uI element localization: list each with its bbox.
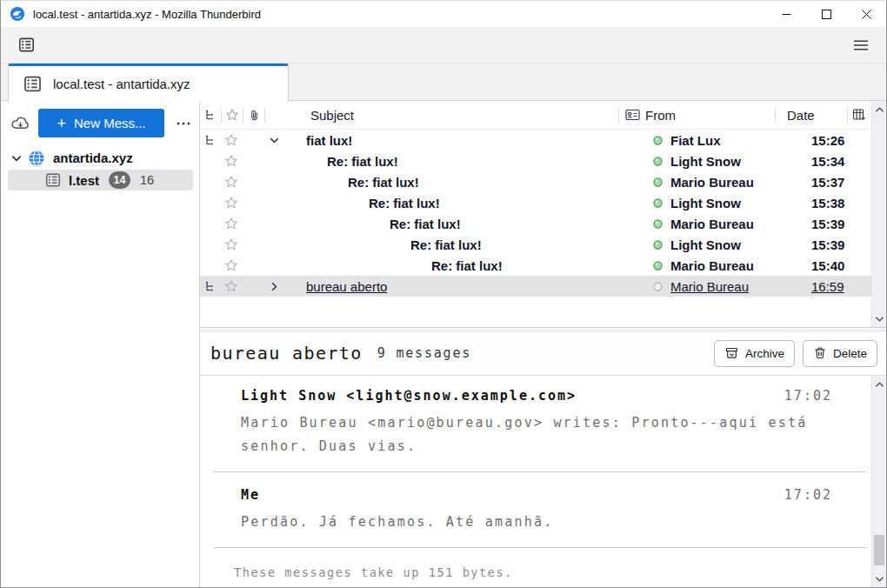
scroll-down-icon[interactable] <box>875 314 884 324</box>
star-icon[interactable] <box>221 279 242 293</box>
minimize-icon <box>782 10 791 19</box>
star-icon[interactable] <box>221 237 242 251</box>
star-icon[interactable] <box>221 154 242 168</box>
starred-column-header[interactable] <box>222 108 243 122</box>
date-cell: 15:39 <box>800 217 871 231</box>
thread-list-header: Subject From Date <box>200 101 871 130</box>
message-scroll-area: Light Snow <light@snow.example.com>17:02… <box>200 376 871 587</box>
subject-text: Re: fiat lux! <box>327 154 398 169</box>
thread-column-header[interactable] <box>200 109 221 121</box>
plus-icon: + <box>57 116 66 131</box>
tab-bar: local.test - antartida.xyz <box>1 63 886 101</box>
date-cell: 15:26 <box>800 133 871 148</box>
message-scrollbar[interactable] <box>871 376 886 587</box>
message-view-toolbar: bureau aberto 9 messages Archive Delete <box>200 331 886 376</box>
account-row[interactable]: antartida.xyz <box>1 147 199 169</box>
app-menu-button[interactable] <box>849 33 873 57</box>
account-expander-icon[interactable] <box>10 152 23 164</box>
message-body: Perdão. Já fechamos. Até amanhã. <box>241 511 829 534</box>
thread-row[interactable]: Re: fiat lux!Light Snow15:38 <box>200 192 871 213</box>
unread-dot-icon[interactable] <box>644 198 670 208</box>
new-message-button[interactable]: + New Mess... <box>38 109 164 137</box>
delete-button[interactable]: Delete <box>803 340 877 367</box>
subject-text: bureau aberto <box>306 279 387 294</box>
conversation-title: bureau aberto <box>210 343 363 364</box>
maximize-icon <box>822 10 831 19</box>
thread-row[interactable]: bureau abertoMario Bureau16:59 <box>200 276 871 297</box>
from-cell: Mario Bureau <box>644 279 800 294</box>
thread-row[interactable]: fiat lux!Fiat Lux15:26 <box>200 130 871 150</box>
message: Light Snow <light@snow.example.com>17:02… <box>200 384 871 458</box>
unread-count-badge: 14 <box>109 171 130 189</box>
thread-list-pane: Subject From Date <box>200 101 886 328</box>
thunderbird-window: local.test - antartida.xyz - Mozilla Thu… <box>0 0 887 588</box>
main-area: + New Mess... antartida.xyz <box>1 101 886 587</box>
unread-dot-icon[interactable] <box>644 136 670 145</box>
twisty-icon[interactable] <box>263 281 285 292</box>
thread-tree-icon <box>204 109 217 121</box>
message-reader: Light Snow <light@snow.example.com>17:02… <box>200 376 886 587</box>
from-name: Light Snow <box>670 196 741 210</box>
folder-row-ltest[interactable]: l.test 14 16 <box>8 170 193 190</box>
content-column: Subject From Date <box>200 101 886 587</box>
message-header-row[interactable]: Me17:02 <box>241 487 832 503</box>
thread-row[interactable]: Re: fiat lux!Mario Bureau15:37 <box>200 171 871 192</box>
unread-dot-icon[interactable] <box>644 157 670 166</box>
subject-text: Re: fiat lux! <box>431 258 503 273</box>
message-list: Light Snow <light@snow.example.com>17:02… <box>200 384 871 548</box>
spaces-toggle-button[interactable] <box>14 33 38 57</box>
get-messages-icon[interactable] <box>10 114 30 132</box>
twisty-icon[interactable] <box>263 135 285 146</box>
star-icon[interactable] <box>221 196 242 210</box>
scrollbar-thumb[interactable] <box>874 535 884 565</box>
thread-indicator-cell <box>200 280 221 292</box>
unread-dot-icon[interactable] <box>644 177 670 187</box>
tab-local-test[interactable]: local.test - antartida.xyz <box>8 63 289 102</box>
attachment-column-header[interactable] <box>243 109 264 122</box>
column-picker-button[interactable] <box>848 108 871 122</box>
star-icon[interactable] <box>221 217 242 231</box>
maximize-button[interactable] <box>806 1 846 27</box>
thread-row[interactable]: Re: fiat lux!Mario Bureau15:39 <box>200 213 871 234</box>
subject-cell: fiat lux! <box>263 133 644 148</box>
from-name: Mario Bureau <box>670 175 754 190</box>
scroll-down-icon[interactable] <box>875 574 884 584</box>
scroll-up-icon[interactable] <box>875 379 884 389</box>
star-icon[interactable] <box>221 133 242 147</box>
thread-list-scrollbar[interactable] <box>871 101 886 327</box>
thread-row[interactable]: Re: fiat lux!Light Snow15:39 <box>200 234 871 255</box>
subject-text: Re: fiat lux! <box>369 196 440 210</box>
from-column-label: From <box>645 108 676 123</box>
thread-row[interactable]: Re: fiat lux!Mario Bureau15:40 <box>200 255 871 276</box>
star-icon[interactable] <box>221 258 242 272</box>
hamburger-icon <box>853 39 869 51</box>
message-header-row[interactable]: Light Snow <light@snow.example.com>17:02 <box>241 388 832 404</box>
minimize-button[interactable] <box>766 1 806 27</box>
subject-column-header[interactable]: Subject <box>265 108 618 123</box>
message-sender: Light Snow <light@snow.example.com> <box>241 388 577 404</box>
unread-dot-icon[interactable] <box>644 219 670 229</box>
unread-dot-icon[interactable] <box>644 240 670 250</box>
thread-row[interactable]: Re: fiat lux!Light Snow15:34 <box>200 150 871 171</box>
from-column-header[interactable]: From <box>619 108 775 123</box>
from-name: Fiat Lux <box>670 133 721 148</box>
folder-pane-options-button[interactable] <box>172 112 195 135</box>
correspondents-icon <box>619 109 645 121</box>
date-column-header[interactable]: Date <box>776 108 847 123</box>
star-icon[interactable] <box>221 175 242 189</box>
subject-cell: Re: fiat lux! <box>263 217 644 231</box>
paperclip-icon <box>248 109 261 122</box>
spaces-icon <box>18 37 35 53</box>
from-cell: Light Snow <box>644 154 800 169</box>
from-name: Light Snow <box>670 154 741 169</box>
from-cell: Mario Bureau <box>644 175 800 190</box>
unread-dot-icon[interactable] <box>644 261 670 271</box>
delete-label: Delete <box>833 347 867 360</box>
folder-name: l.test <box>69 173 99 188</box>
archive-button[interactable]: Archive <box>714 340 795 367</box>
message-time: 17:02 <box>784 487 832 503</box>
close-button[interactable] <box>846 1 886 27</box>
read-dot-icon[interactable] <box>644 282 670 291</box>
scroll-up-icon[interactable] <box>875 104 884 114</box>
from-name: Mario Bureau <box>670 217 754 231</box>
